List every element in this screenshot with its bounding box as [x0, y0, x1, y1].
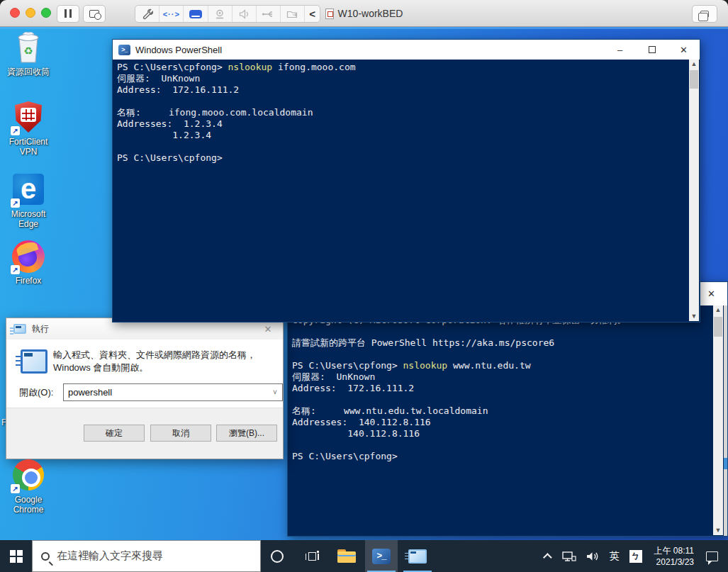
- start-button[interactable]: [0, 540, 32, 572]
- scroll-thumb[interactable]: [690, 70, 698, 89]
- network-tray-button[interactable]: [562, 551, 576, 562]
- console-line: [292, 439, 717, 451]
- toolbar-collapse-button[interactable]: <: [305, 6, 320, 22]
- shortcut-arrow-icon: ↗: [11, 198, 20, 208]
- icon-label: FortiClient: [0, 137, 58, 147]
- windows-logo-icon: [10, 550, 22, 562]
- vm-network-adapter-button[interactable]: <··>: [159, 6, 184, 22]
- system-tray: 英 ㄅ 上午 08:11 2021/3/23: [541, 540, 728, 572]
- desktop-icon-firefox[interactable]: ↗ Firefox: [0, 240, 58, 286]
- taskbar-search-box[interactable]: 在這裡輸入文字來搜尋: [32, 540, 261, 572]
- vm-sound-button[interactable]: [233, 6, 257, 22]
- vm-shared-folder-button[interactable]: [281, 6, 305, 22]
- shortcut-arrow-icon: ↗: [11, 484, 20, 493]
- console-line: Address: 172.16.111.2: [292, 383, 717, 394]
- powershell-window-front[interactable]: >_ Windows PowerShell – ✕ PS C:\Users\cp…: [112, 39, 700, 323]
- desktop-icon-google-chrome[interactable]: ↗ Google Chrome: [0, 459, 58, 515]
- open-label: 開啟(O):: [19, 386, 62, 399]
- vm-hard-disk-button[interactable]: [184, 6, 208, 22]
- scroll-down-arrow[interactable]: ▼: [713, 526, 723, 535]
- vm-usb-button[interactable]: [257, 6, 281, 22]
- desktop-icon-forticlient-vpn[interactable]: ↗ FortiClient VPN: [0, 101, 58, 157]
- cancel-button[interactable]: 取消: [150, 425, 211, 442]
- shortcut-arrow-icon: ↗: [11, 265, 20, 274]
- cortana-button[interactable]: [261, 540, 293, 572]
- language-indicator[interactable]: 英: [610, 550, 620, 563]
- show-hidden-icons-button[interactable]: [546, 553, 552, 559]
- console-line: Addresses: 1.2.3.4: [117, 118, 689, 130]
- icon-label: Edge: [0, 219, 58, 229]
- window-titlebar[interactable]: >_ Windows PowerShell – ✕: [113, 40, 700, 60]
- edge-scroll-thumb: [724, 458, 727, 469]
- console-line: PS C:\Users\cpfong> nslookup www.ntu.edu…: [292, 360, 717, 371]
- ok-button[interactable]: 確定: [84, 425, 145, 442]
- window-title: Windows PowerShell: [135, 45, 222, 55]
- mac-close-button[interactable]: [10, 8, 20, 18]
- vm-snapshot-button[interactable]: [83, 5, 106, 23]
- pause-icon: [63, 8, 73, 21]
- scroll-up-arrow[interactable]: ▲: [689, 60, 699, 69]
- run-icon: [408, 549, 427, 563]
- svg-text:♻: ♻: [23, 45, 33, 57]
- chevron-up-icon: [543, 553, 552, 562]
- vm-pause-button[interactable]: [57, 5, 79, 23]
- network-adapter-icon: <··>: [163, 10, 180, 18]
- search-placeholder: 在這裡輸入文字來搜尋: [57, 549, 163, 563]
- vm-settings-button[interactable]: [135, 6, 159, 22]
- console-line: PS C:\Users\cpfong> nslookup ifong.mooo.…: [117, 62, 689, 73]
- mac-titlebar: <··>: [0, 0, 728, 27]
- scroll-up-arrow[interactable]: ▲: [713, 305, 723, 315]
- vm-device-toolbar: <··>: [135, 5, 320, 23]
- action-center-button[interactable]: [706, 551, 718, 561]
- ime-mode-icon: ㄅ: [629, 550, 642, 563]
- scroll-down-arrow[interactable]: ▼: [689, 312, 699, 321]
- desktop-icon-recycle-bin[interactable]: ♻ 資源回收筒: [0, 31, 58, 77]
- scroll-thumb[interactable]: [714, 317, 722, 337]
- ime-mode-button[interactable]: ㄅ: [629, 550, 642, 563]
- network-icon: [562, 551, 576, 562]
- run-command-input[interactable]: [64, 387, 268, 398]
- run-dialog[interactable]: 執行 ✕ 輸入程式、資料夾、文件或網際網路資源的名稱，Windows 會自動開啟…: [6, 318, 284, 459]
- maximize-icon: [649, 46, 656, 53]
- console-line: [117, 96, 689, 107]
- console-line: [292, 349, 717, 360]
- console-output[interactable]: Copyright (C) Microsoft Corporation. 著作權…: [289, 305, 717, 535]
- powershell-icon: >_: [372, 549, 391, 564]
- maximize-button[interactable]: [636, 40, 668, 60]
- file-explorer-button[interactable]: [330, 540, 362, 572]
- icon-label: Microsoft: [0, 209, 58, 219]
- taskbar-powershell-button[interactable]: >_: [365, 540, 398, 572]
- taskbar-clock[interactable]: 上午 08:11 2021/3/23: [654, 545, 694, 568]
- scrollbar[interactable]: ▲ ▼: [713, 305, 723, 535]
- icon-label: VPN: [0, 147, 58, 157]
- combobox-dropdown-icon[interactable]: ˅: [268, 388, 282, 396]
- console-line: 1.2.3.4: [117, 130, 689, 141]
- desktop-icon-microsoft-edge[interactable]: e ↗ Microsoft Edge: [0, 173, 58, 229]
- console-line: Address: 172.16.111.2: [117, 84, 689, 96]
- console-output[interactable]: PS C:\Users\cpfong> nslookup ifong.mooo.…: [113, 60, 689, 321]
- run-dialog-icon: [21, 349, 47, 374]
- hard-disk-icon: [189, 10, 202, 18]
- console-line: 伺服器: UnKnown: [117, 73, 689, 84]
- vm-display-mode-button[interactable]: [692, 5, 717, 23]
- speaker-icon: [238, 9, 250, 20]
- console-line: 請嘗試新的跨平台 PowerShell https://aka.ms/pscor…: [292, 337, 717, 349]
- mac-zoom-button[interactable]: [41, 8, 51, 18]
- windows-taskbar: 在這裡輸入文字來搜尋 >_: [0, 540, 728, 572]
- vm-camera-button[interactable]: [208, 6, 233, 22]
- minimize-button[interactable]: –: [604, 40, 636, 60]
- browse-button[interactable]: 瀏覽(B)...: [216, 425, 277, 442]
- usb-icon: [262, 9, 274, 19]
- volume-tray-button[interactable]: [586, 551, 600, 562]
- clock-time: 上午 08:11: [654, 545, 694, 556]
- icon-label: Chrome: [0, 505, 58, 515]
- close-icon[interactable]: ✕: [260, 324, 276, 335]
- icon-label: 資源回收筒: [0, 67, 58, 77]
- vmware-window: <··>: [0, 0, 728, 572]
- taskbar-run-button[interactable]: [401, 540, 434, 572]
- mac-minimize-button[interactable]: [26, 8, 35, 18]
- task-view-button[interactable]: [296, 540, 328, 572]
- close-button[interactable]: ✕: [668, 40, 700, 60]
- scrollbar[interactable]: ▲ ▼: [689, 60, 699, 321]
- run-command-combobox[interactable]: ˅: [63, 383, 283, 401]
